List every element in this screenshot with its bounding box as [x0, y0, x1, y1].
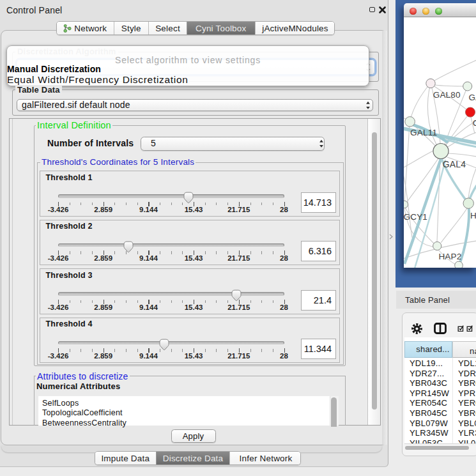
svg-text:GCY1: GCY1 [404, 212, 427, 222]
svg-text:GAL80: GAL80 [433, 90, 461, 100]
svg-text:C: C [473, 118, 476, 128]
svg-text:GA: GA [469, 93, 476, 102]
svg-text:GAL4: GAL4 [443, 159, 466, 169]
svg-text:H: H [470, 211, 476, 220]
svg-text:GAL11: GAL11 [410, 128, 437, 137]
svg-text:HAP2: HAP2 [438, 252, 461, 261]
